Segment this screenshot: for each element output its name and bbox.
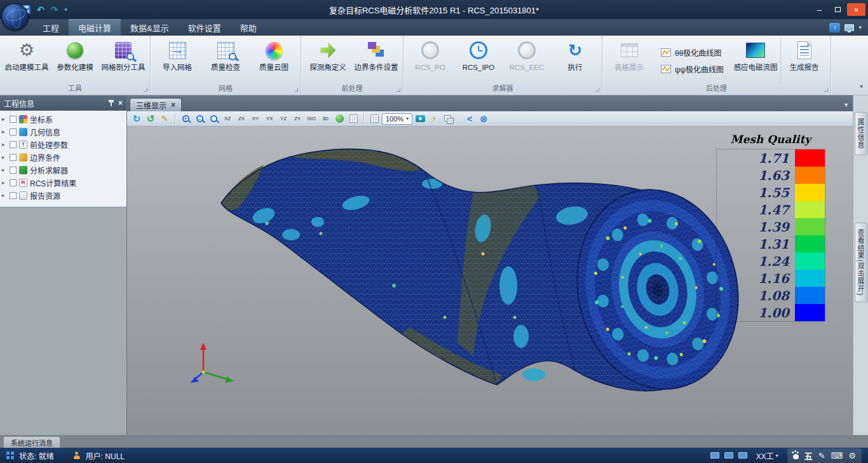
wireframe-view-button[interactable] bbox=[347, 113, 360, 125]
tree-checkbox[interactable] bbox=[10, 192, 17, 199]
boundary-condition-settings-button[interactable]: 边界条件设置 bbox=[353, 38, 400, 84]
tree-checkbox[interactable] bbox=[10, 179, 17, 186]
attribute-info-vertical-tab[interactable]: 属性信息 bbox=[855, 112, 867, 155]
shaded-view-button[interactable] bbox=[333, 113, 346, 125]
reset-view-button[interactable]: ↻ bbox=[130, 113, 143, 125]
rcs-ipo-button[interactable]: RCS_IPO bbox=[455, 38, 502, 84]
flow-share-button[interactable]: < bbox=[463, 113, 476, 125]
minimize-button[interactable]: – bbox=[810, 3, 829, 16]
view-preset-button[interactable]: ISO bbox=[305, 113, 318, 125]
zoom-level-select[interactable]: 100% ▾ bbox=[382, 113, 412, 125]
layers-button[interactable] bbox=[442, 113, 454, 125]
tree-checkbox[interactable] bbox=[10, 116, 17, 123]
zoom-in-button[interactable]: + bbox=[179, 113, 192, 125]
tray-label[interactable]: XX工 ▾ bbox=[756, 450, 778, 461]
tree-item-analysis-solver[interactable]: ▸ 分析求解器 bbox=[0, 163, 126, 176]
tree-item-rcs-results[interactable]: ▸ R RCS计算结果 bbox=[0, 176, 126, 189]
quality-cloud-map-button[interactable]: 质量云图 bbox=[250, 38, 297, 84]
view-preset-button[interactable]: ZX bbox=[235, 113, 248, 125]
psi-polarization-curve-button[interactable]: ψψ极化曲线图 bbox=[657, 62, 728, 76]
table-display-button[interactable]: 表格展示 bbox=[606, 38, 653, 84]
orbit-view-button[interactable]: ↺ bbox=[144, 113, 157, 125]
expand-arrow-icon[interactable]: ▸ bbox=[2, 141, 7, 148]
quality-check-button[interactable]: 质量检查 bbox=[202, 38, 249, 84]
measure-button[interactable]: ⚡ bbox=[428, 113, 440, 125]
tree-checkbox[interactable] bbox=[10, 154, 17, 161]
probe-angle-definition-button[interactable]: 探测角定义 bbox=[304, 38, 351, 84]
menu-dropdown-icon[interactable]: ▾ bbox=[858, 24, 862, 31]
view-preset-button[interactable]: ZY bbox=[291, 113, 304, 125]
induced-em-current-map-button[interactable]: 感应电磁流图 bbox=[732, 38, 779, 84]
tree-item-label[interactable]: 报告资源 bbox=[30, 190, 60, 201]
monitor-icon[interactable] bbox=[844, 24, 854, 31]
tab-close-icon[interactable]: × bbox=[171, 100, 175, 109]
qat-dropdown-icon[interactable]: ▾ bbox=[64, 6, 67, 13]
tree-item-label[interactable]: 分析求解器 bbox=[30, 165, 68, 176]
theta-polarization-curve-button[interactable]: θθ极化曲线图 bbox=[657, 46, 728, 59]
tree-item-preprocess-params[interactable]: ▸ T 前处理参数 bbox=[0, 138, 126, 151]
menu-tab-em-computation[interactable]: 电磁计算 bbox=[69, 19, 121, 36]
close-button[interactable]: × bbox=[847, 3, 865, 16]
tree-item-label[interactable]: 边界条件 bbox=[30, 152, 60, 163]
rcs-eec-button[interactable]: RCS_EEC bbox=[503, 38, 550, 84]
view-preset-button[interactable]: XZ bbox=[221, 113, 234, 125]
sketch-button[interactable]: ✎ bbox=[158, 113, 171, 125]
expand-arrow-icon[interactable]: ▸ bbox=[2, 154, 7, 160]
menu-tab-data-display[interactable]: 数据&显示 bbox=[121, 19, 179, 36]
tab-list-dropdown-icon[interactable]: ▾ bbox=[844, 101, 853, 111]
view-preset-button[interactable]: 3D bbox=[319, 113, 332, 125]
ime-pen-icon[interactable]: ✎ bbox=[818, 451, 825, 460]
menu-tab-project[interactable]: 工程 bbox=[33, 19, 69, 36]
menu-tab-settings[interactable]: 软件设置 bbox=[179, 19, 231, 36]
view-results-vertical-tab[interactable]: 查看结果(双击展开) bbox=[855, 223, 867, 302]
tree-item-geometry-info[interactable]: ▸ 几何信息 bbox=[0, 125, 126, 138]
collapse-ribbon-icon[interactable]: ↑ bbox=[829, 23, 840, 32]
3d-viewport[interactable]: Mesh Quality 1.71 1.63 1.55 1.47 1.39 1.… bbox=[127, 127, 853, 435]
expand-arrow-icon[interactable]: ▸ bbox=[2, 128, 7, 135]
tree-item-boundary-condition[interactable]: ▸ 边界条件 bbox=[0, 151, 126, 163]
expand-arrow-icon[interactable]: ▸ bbox=[2, 192, 7, 198]
expand-arrow-icon[interactable]: ▸ bbox=[2, 167, 7, 173]
ime-settings-gear-icon[interactable]: ⚙ bbox=[848, 451, 856, 460]
undo-icon[interactable]: ↶ bbox=[37, 5, 44, 14]
tab-3d-display[interactable]: 三维显示 × bbox=[130, 98, 182, 111]
tree-checkbox[interactable] bbox=[10, 167, 17, 174]
import-mesh-button[interactable]: → 导入网格 bbox=[154, 38, 201, 84]
tray-monitor-icon[interactable] bbox=[710, 452, 719, 459]
mesh-partition-tool-button[interactable]: 网格剖分工具 bbox=[100, 38, 147, 84]
expand-arrow-icon[interactable]: ▸ bbox=[2, 116, 7, 122]
tree-checkbox[interactable] bbox=[10, 141, 17, 148]
tray-monitor-icon[interactable] bbox=[738, 452, 747, 459]
system-message-tab[interactable]: 系统运行消息 bbox=[3, 436, 60, 448]
capture-button[interactable] bbox=[414, 113, 426, 125]
tree-item-label[interactable]: 前处理参数 bbox=[30, 139, 68, 150]
tree-item-report-resource[interactable]: ▸ 报告资源 bbox=[0, 189, 126, 202]
zoom-out-button[interactable]: − bbox=[193, 113, 206, 125]
execute-button[interactable]: ↻ 执行 bbox=[552, 38, 599, 84]
ime-paw-icon[interactable] bbox=[793, 454, 799, 459]
grid-toggle-button[interactable] bbox=[368, 113, 381, 125]
tree-checkbox[interactable] bbox=[10, 128, 17, 135]
ime-mode-label[interactable]: 五 bbox=[804, 450, 813, 462]
menu-tab-help[interactable]: 帮助 bbox=[231, 19, 266, 36]
redo-icon[interactable]: ↷ bbox=[51, 5, 58, 14]
tray-monitor-icon[interactable] bbox=[724, 452, 733, 459]
generate-report-button[interactable]: 生成报告 bbox=[780, 38, 827, 84]
pin-icon[interactable] bbox=[108, 100, 114, 106]
zoom-window-button[interactable] bbox=[207, 113, 220, 125]
expand-arrow-icon[interactable]: ▸ bbox=[2, 179, 7, 186]
ribbon-collapse-icon[interactable]: ▾ bbox=[860, 83, 863, 90]
view-preset-button[interactable]: YX bbox=[263, 113, 276, 125]
ime-keyboard-icon[interactable]: ⌨ bbox=[831, 451, 843, 460]
maximize-button[interactable] bbox=[829, 3, 847, 16]
panel-close-icon[interactable]: × bbox=[118, 99, 123, 107]
tree-item-label[interactable]: RCS计算结果 bbox=[30, 177, 76, 188]
launch-modeling-tool-button[interactable]: ⚙ 启动建模工具 bbox=[3, 38, 50, 84]
rcs-po-button[interactable]: RCS_PO bbox=[407, 38, 454, 84]
tree-item-coordinate-system[interactable]: ▸ 坐标系 bbox=[0, 113, 126, 125]
cancel-operation-button[interactable]: ⊗ bbox=[477, 113, 490, 125]
tree-item-label[interactable]: 坐标系 bbox=[30, 114, 53, 125]
parametric-modeling-button[interactable]: 参数化建模 bbox=[51, 38, 98, 84]
tree-item-label[interactable]: 几何信息 bbox=[30, 127, 60, 137]
view-preset-button[interactable]: XY bbox=[249, 113, 262, 125]
